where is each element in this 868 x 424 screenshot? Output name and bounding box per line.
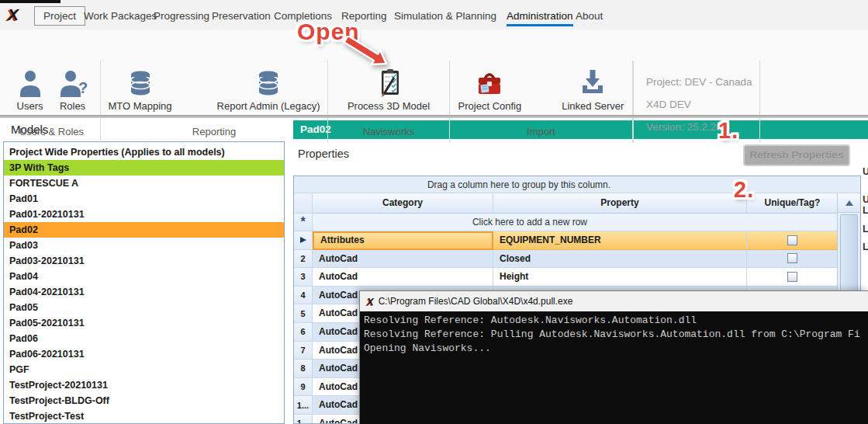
properties-section-label: Properties: [298, 148, 349, 160]
project-info: Project: DEV - Canada X4D DEV Version: 2…: [633, 61, 760, 143]
mto-mapping-button[interactable]: MTO Mapping: [108, 68, 171, 112]
svg-text:?: ?: [78, 79, 88, 96]
models-list: Project Wide Properties (Applies to all …: [3, 141, 285, 424]
group-label-reporting: Reporting: [101, 126, 327, 137]
ribbon-group-users-roles: Users ? Roles Users & Roles: [3, 61, 101, 143]
list-item-pad04-20210131[interactable]: Pad04-20210131: [4, 284, 284, 300]
scroll-up-button[interactable]: [838, 193, 860, 213]
tab-about[interactable]: About: [576, 10, 603, 22]
clipped-label: U: [863, 194, 868, 205]
process-3d-model-button[interactable]: Process 3D Model: [348, 68, 430, 112]
list-item-pad03-20210131[interactable]: Pad03-20210131: [4, 253, 284, 269]
group-label-users-roles: Users & Roles: [3, 126, 100, 137]
linked-server-button[interactable]: Linked Server: [562, 68, 624, 112]
list-item-pad01-20210131[interactable]: Pad01-20210131: [4, 207, 284, 222]
refresh-properties-button[interactable]: Refresh Properties: [743, 144, 850, 166]
process-3d-model-label: Process 3D Model: [348, 100, 430, 112]
cell-category[interactable]: Attributes: [313, 231, 493, 250]
clipped-label: L: [863, 224, 868, 235]
current-row-arrow-icon: [300, 237, 306, 243]
list-item-pad06[interactable]: Pad06: [4, 331, 284, 346]
project-info-version: Version: 25.2.28.4: [646, 116, 759, 138]
table-row[interactable]: Attributes EQUIPMENT_NUMBER: [294, 231, 839, 250]
row-indicator-header: [294, 193, 313, 214]
cell-property[interactable]: Height: [493, 268, 747, 287]
users-icon: [16, 68, 44, 98]
console-line: Resolving Reference: Pulling Autodesk.Na…: [364, 328, 868, 342]
tab-progressing[interactable]: Progressing: [154, 10, 209, 22]
report-admin-legacy-button[interactable]: Report Admin (Legacy): [217, 68, 320, 112]
list-item-testproject-bldg-off[interactable]: TestProject-BLDG-Off: [4, 393, 284, 408]
cell-property[interactable]: Closed: [493, 250, 747, 269]
unique-tag-checkbox[interactable]: [787, 235, 797, 245]
mto-mapping-label: MTO Mapping: [108, 100, 171, 112]
list-item-pgf[interactable]: PGF: [4, 362, 284, 377]
console-line: Resolving Reference: Autodesk.Navisworks…: [364, 314, 868, 328]
roles-label: Roles: [60, 100, 85, 112]
annotation-step-1: 1.: [718, 118, 738, 144]
list-item-pad02[interactable]: Pad02: [4, 222, 284, 238]
annotation-step-2: 2.: [734, 177, 754, 203]
ribbon-group-navisworks: Process 3D Model Navisworks: [328, 61, 450, 143]
ribbon-group-reporting: MTO Mapping Report Admin (Legacy) Report…: [101, 61, 328, 143]
column-header-unique-tag[interactable]: Unique/Tag?: [747, 193, 839, 214]
cell-category[interactable]: AutoCad: [313, 250, 493, 269]
list-item-3p-with-tags[interactable]: 3P With Tags: [4, 160, 284, 176]
app-logo-icon: X: [8, 5, 19, 24]
tab-project[interactable]: Project: [34, 6, 85, 26]
ribbon: Users ? Roles Users & Roles: [0, 30, 868, 115]
process-3d-model-icon: [373, 68, 404, 98]
annotation-arrow-icon: [341, 36, 389, 68]
project-config-icon: [474, 68, 505, 98]
users-label: Users: [17, 100, 43, 112]
list-item-pad03[interactable]: Pad03: [4, 238, 284, 253]
table-row[interactable]: 2 AutoCad Closed: [294, 250, 839, 269]
linked-server-icon: [579, 68, 607, 98]
table-row[interactable]: 3 AutoCad Height: [294, 268, 839, 287]
group-by-bar[interactable]: Drag a column here to group by this colu…: [294, 176, 860, 193]
console-title-bar[interactable]: X C:\Program Files\CAD Global\X4D\x4d.pu…: [360, 291, 868, 311]
console-title-text: C:\Program Files\CAD Global\X4D\x4d.pull…: [379, 296, 573, 307]
tab-simulation-planning[interactable]: Simulation & Planning: [394, 10, 496, 22]
roles-button[interactable]: ? Roles: [58, 68, 88, 112]
column-header-property[interactable]: Property: [493, 193, 747, 214]
users-button[interactable]: Users: [16, 68, 44, 112]
linked-server-label: Linked Server: [562, 100, 624, 112]
console-line: Opening Navisworks...: [364, 342, 868, 356]
clipped-label: L: [863, 205, 868, 216]
list-item-pad01[interactable]: Pad01: [4, 191, 284, 207]
cell-category[interactable]: AutoCad: [313, 268, 493, 287]
project-config-label: Project Config: [458, 100, 522, 112]
list-item-testproject-20210131[interactable]: TestProject-20210131: [4, 377, 284, 393]
column-header-category[interactable]: Category: [313, 193, 493, 214]
list-item-testproject-test[interactable]: TestProject-Test: [4, 408, 284, 424]
clipped-label: L: [863, 242, 868, 252]
console-output: Resolving Reference: Autodesk.Navisworks…: [360, 311, 868, 424]
project-info-environment: X4D DEV: [646, 93, 759, 116]
list-item-project-wide-properties[interactable]: Project Wide Properties (Applies to all …: [4, 144, 284, 160]
grid-header-row: Category Property Unique/Tag?: [294, 193, 839, 214]
database-icon: [126, 68, 154, 98]
project-info-project: Project: DEV - Canada: [646, 71, 759, 93]
tab-work-packages[interactable]: Work Packages: [84, 10, 157, 22]
list-item-pad06-20210131[interactable]: Pad06-20210131: [4, 346, 284, 362]
menu-bar: Project Work Packages Progressing Preser…: [0, 0, 868, 30]
new-row-icon: *: [300, 215, 305, 229]
console-window[interactable]: X C:\Program Files\CAD Global\X4D\x4d.pu…: [359, 290, 868, 424]
list-item-pad05-20210131[interactable]: Pad05-20210131: [4, 315, 284, 331]
tab-administration[interactable]: Administration: [507, 10, 573, 26]
list-item-pad05[interactable]: Pad05: [4, 300, 284, 315]
new-row[interactable]: * Click here to add a new row: [294, 214, 839, 231]
cell-property[interactable]: EQUIPMENT_NUMBER: [493, 231, 747, 250]
list-item-fortescue-a[interactable]: FORTESCUE A: [4, 176, 284, 191]
group-label-navisworks: Navisworks: [328, 126, 449, 137]
project-config-button[interactable]: Project Config: [458, 68, 522, 112]
unique-tag-checkbox[interactable]: [787, 253, 797, 263]
report-admin-legacy-label: Report Admin (Legacy): [217, 100, 320, 112]
tab-preservation[interactable]: Preservation: [212, 10, 271, 22]
roles-icon: ?: [58, 68, 88, 98]
unique-tag-checkbox[interactable]: [787, 272, 797, 282]
new-row-hint[interactable]: Click here to add a new row: [313, 214, 747, 231]
list-item-pad04[interactable]: Pad04: [4, 269, 284, 284]
console-app-icon: X: [367, 296, 374, 308]
